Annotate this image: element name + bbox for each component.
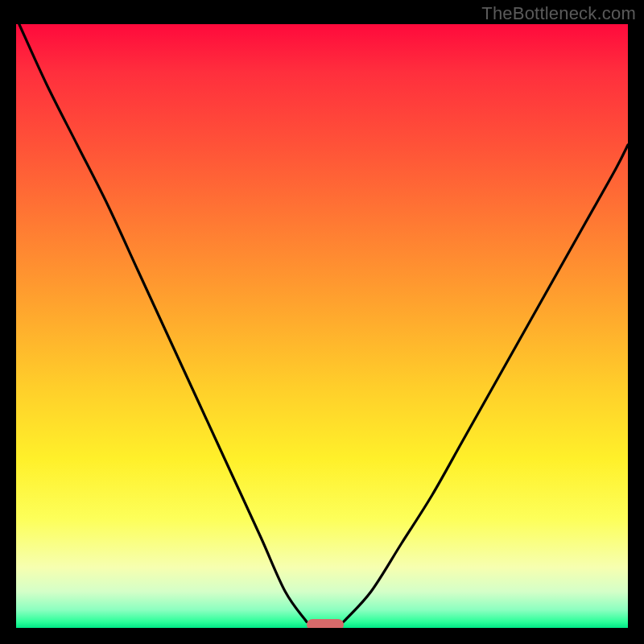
chart-frame: TheBottleneck.com (0, 0, 644, 644)
minimum-marker (307, 619, 344, 628)
watermark-text: TheBottleneck.com (481, 3, 636, 24)
curve-svg (16, 24, 628, 628)
curve-right-branch (344, 145, 628, 622)
plot-area (16, 24, 628, 628)
curve-left-branch (19, 24, 307, 622)
